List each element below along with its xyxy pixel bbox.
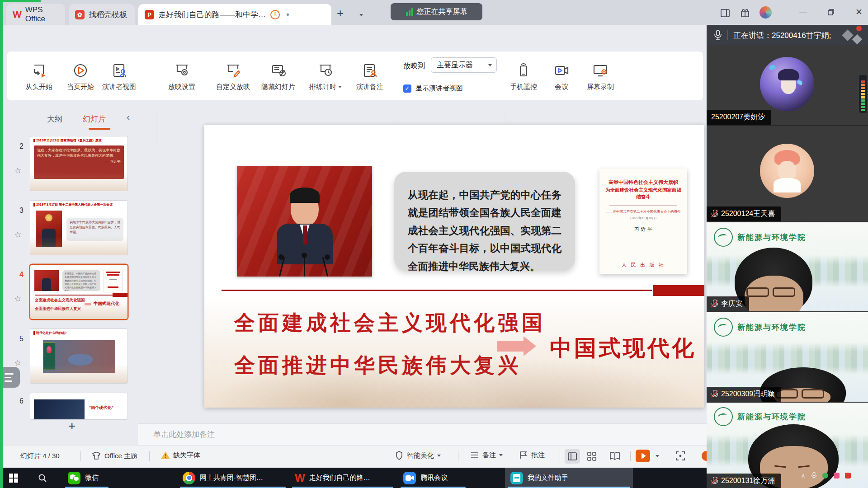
slide-line1[interactable]: 全面建成社会主义现代化强国: [234, 309, 546, 337]
phone-remote-button[interactable]: 手机遥控: [510, 62, 537, 91]
button-label: 手机遥控: [510, 83, 537, 91]
book-date: （2022年10月16日）: [599, 216, 687, 221]
status-bar: 幻灯片 4 / 30 Office 主题 ! 缺失字体 智能美化 备注 批注: [0, 445, 707, 468]
book-title1: 高举中国特色社会主义伟大旗帜: [599, 178, 687, 187]
thumb-dark-photo: [34, 399, 85, 419]
section-list-button[interactable]: [0, 367, 20, 388]
tray-red-app-icon[interactable]: [845, 473, 851, 479]
play-options-chevron[interactable]: [656, 455, 659, 457]
beautify-button[interactable]: 智能美化: [395, 451, 441, 460]
tray-mic-icon[interactable]: [811, 472, 817, 479]
thumb-number: 6: [14, 397, 24, 405]
tab-slides[interactable]: 幻灯片: [83, 114, 106, 124]
hide-slide-button[interactable]: 隐藏幻灯片: [261, 62, 295, 91]
notes-toggle-button[interactable]: 备注: [470, 451, 503, 460]
display-select-dropdown[interactable]: 主要显示器: [431, 57, 497, 73]
slide-thumbnail-4-selected[interactable]: 从现在起，中国共产党的中心任务就是团结带领全国各族人民全面建成社会主义现代化强国…: [30, 265, 127, 319]
participant-name-chip: 25200131徐万洲: [707, 474, 781, 488]
view-normal-button[interactable]: [565, 449, 580, 464]
speaker-notes-button[interactable]: 演讲备注: [356, 62, 383, 91]
close-button[interactable]: ✕: [855, 7, 863, 17]
slide-result[interactable]: 中国式现代化: [550, 333, 696, 363]
national-emblem: [45, 214, 52, 221]
taskbar-app-wps[interactable]: W 走好我们自己的路…: [289, 468, 396, 488]
minimize-button[interactable]: —: [799, 7, 807, 16]
taskbar-app-file-assistant-active[interactable]: 我的文件助手: [505, 468, 633, 488]
play-current-button[interactable]: 当页开始: [67, 62, 94, 91]
rehearse-timing-button[interactable]: 排练计时: [309, 62, 342, 91]
college-emblem-icon: [714, 318, 733, 337]
view-sorter-button[interactable]: [587, 451, 597, 463]
restore-button[interactable]: [827, 9, 835, 16]
view-reading-button[interactable]: [609, 451, 620, 462]
play-from-start-button[interactable]: 从头开始: [25, 62, 52, 91]
sidebar-toggle-icon[interactable]: [720, 8, 731, 19]
pin-icon[interactable]: [856, 26, 862, 31]
arrow-head: [524, 336, 536, 356]
button-label: 会议: [555, 83, 568, 91]
active-panel-tab-underline: [89, 128, 110, 130]
comments-button[interactable]: 批注: [519, 451, 545, 460]
beautify-label: 智能美化: [407, 451, 434, 460]
add-slide-button[interactable]: +: [68, 419, 75, 433]
compat-warning-icon[interactable]: !: [270, 10, 280, 19]
mic-muted-icon: [711, 300, 718, 308]
book-author: 习 近 平: [599, 226, 687, 233]
tab-list-chevron[interactable]: [359, 11, 363, 19]
mic-muted-icon: [711, 477, 718, 485]
skin-gift-icon[interactable]: [740, 8, 750, 19]
slide-thumbnail-5[interactable]: 现代化是什么样的呢?: [30, 329, 127, 383]
slide-thumbnail-6[interactable]: “四个现代化”: [30, 393, 127, 419]
divider: [156, 109, 157, 145]
slide-line2[interactable]: 全面推进中华民族伟大复兴: [234, 352, 522, 380]
participant-tile[interactable]: 新能源与环境学院 25200309冯玥颖: [707, 312, 868, 402]
divider: [727, 30, 728, 40]
start-button[interactable]: [4, 468, 24, 488]
participant-tile[interactable]: 25200207樊妍汐: [707, 46, 868, 125]
report-book-cover[interactable]: 高举中国特色社会主义伟大旗帜 为全面建设社会主义现代化国家而团结奋斗 ——在中国…: [599, 169, 687, 274]
leader-photo[interactable]: [237, 166, 372, 277]
wechat-icon: [68, 472, 80, 484]
tray-green-app-icon[interactable]: [822, 473, 828, 479]
missing-font-warning[interactable]: ! 缺失字体: [161, 451, 200, 460]
slide-thumbnail-3[interactable]: 2013年3月17日 第十二届全国人民代表大会第一次会议 实现中华民族伟大复兴的…: [30, 201, 127, 255]
screen-record-button[interactable]: 屏幕录制: [587, 62, 614, 91]
show-settings-button[interactable]: 放映设置: [168, 62, 195, 91]
slide-canvas[interactable]: 从现在起，中国共产党的中心任务就是团结带领全国各族人民全面建成社会主义现代化强国…: [204, 125, 704, 408]
fit-slide-button[interactable]: [675, 451, 685, 462]
taskbar-app-tencent-meeting[interactable]: 腾讯会议: [398, 468, 468, 488]
user-avatar[interactable]: [760, 6, 772, 19]
tab-docer-templates[interactable]: ✿ 找稻壳模板: [69, 4, 135, 25]
divider: [630, 451, 631, 461]
taskbar-app-wechat[interactable]: 微信: [62, 468, 111, 488]
play-icon: [642, 453, 646, 459]
custom-show-button[interactable]: 自定义放映: [216, 62, 250, 91]
theme-label: Office 主题: [104, 452, 137, 460]
thumb-photo: [34, 270, 59, 291]
tray-pink-app-icon[interactable]: [834, 473, 840, 479]
tab-outline[interactable]: 大纲: [47, 114, 62, 124]
play-slideshow-button[interactable]: [636, 450, 650, 462]
quote-signature: ——习近平: [37, 159, 121, 164]
taskbar-search-button[interactable]: [33, 468, 52, 488]
tab-presentation[interactable]: P 走好我们自己的路——和中学… ! •: [138, 4, 331, 25]
speaking-prefix: 正在讲话：: [733, 30, 772, 41]
presenter-view-button[interactable]: 演讲者视图: [102, 62, 136, 91]
slide-thumbnail-2[interactable]: 2012年11月29日 国家博物馆《复兴之路》展览 现在，大家都在讨论中国梦。我…: [30, 136, 127, 191]
participant-tile[interactable]: 25200124王天喜: [707, 125, 868, 221]
notes-input[interactable]: 单击此处添加备注: [138, 423, 707, 445]
show-presenter-view-toggle[interactable]: ✓ 显示演讲者视图: [403, 84, 463, 93]
collapse-panel-chevron[interactable]: ‹: [127, 112, 130, 123]
participant-tile[interactable]: 新能源与环境学院 李庆安: [707, 222, 868, 311]
taskbar-app-chrome[interactable]: 网上共青团·智慧团…: [177, 468, 288, 488]
share-signal-icon: [406, 8, 413, 16]
participant-name-chip: 25200124王天喜: [707, 206, 781, 221]
file-assistant-icon: [510, 472, 523, 484]
stadium-field: [68, 354, 93, 366]
tray-chevron-up-icon[interactable]: ∧: [801, 472, 806, 479]
theme-button[interactable]: Office 主题: [91, 451, 137, 461]
tab-wps-home[interactable]: W WPS Office: [6, 4, 65, 25]
center-task-bubble[interactable]: 从现在起，中国共产党的中心任务就是团结带领全国各族人民全面建成社会主义现代化强国…: [394, 172, 575, 270]
new-tab-button[interactable]: +: [337, 6, 344, 20]
meeting-button[interactable]: 会议: [553, 62, 570, 91]
